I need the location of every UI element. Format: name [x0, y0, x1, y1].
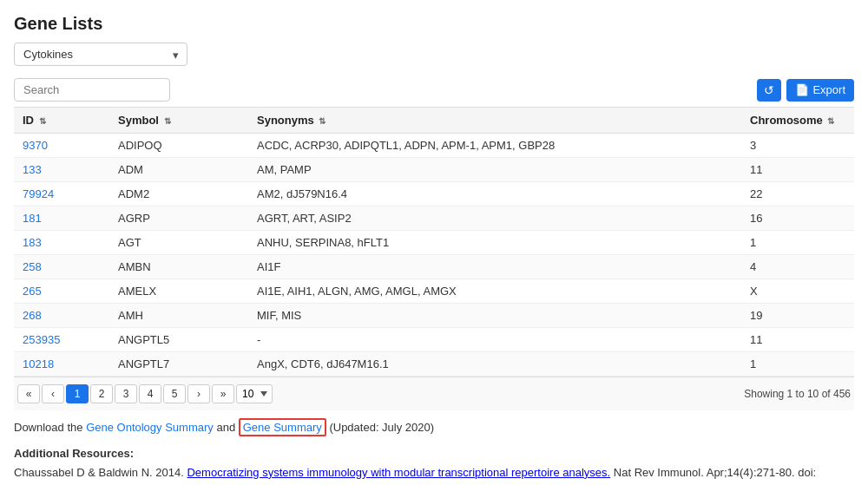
cell-chromosome: 11 [741, 328, 854, 352]
cell-id: 253935 [14, 328, 109, 352]
cell-id: 79924 [14, 182, 109, 206]
cell-symbol: AMBN [109, 255, 248, 279]
page-3-button[interactable]: 3 [115, 384, 137, 403]
table-row: 183 AGT ANHU, SERPINA8, hFLT1 1 [14, 231, 854, 255]
cell-synonyms: AM2, dJ579N16.4 [248, 182, 741, 206]
per-page-select[interactable]: 10 25 50 [236, 384, 273, 403]
page-4-button[interactable]: 4 [139, 384, 161, 403]
and-text: and [216, 421, 238, 434]
gene-table: ID ⇅ Symbol ⇅ Synonyms ⇅ Chromosome ⇅ 93… [14, 107, 854, 377]
gene-id-link-258[interactable]: 258 [23, 260, 42, 273]
cell-chromosome: 3 [741, 134, 854, 158]
sort-icon-synonyms: ⇅ [319, 116, 326, 126]
page-1-button[interactable]: 1 [66, 384, 89, 403]
col-header-synonyms[interactable]: Synonyms ⇅ [248, 108, 741, 134]
table-row: 9370 ADIPOQ ACDC, ACRP30, ADIPQTL1, ADPN… [14, 134, 854, 158]
pagination: « ‹ 1 2 3 4 5 › » 10 25 50 [17, 384, 273, 403]
additional-resources-heading: Additional Resources: [14, 447, 134, 460]
cell-synonyms: AGRT, ART, ASIP2 [248, 206, 741, 231]
gene-id-link-79924[interactable]: 79924 [23, 187, 54, 200]
gene-id-link-133[interactable]: 133 [23, 163, 42, 176]
next-page-button[interactable]: › [187, 384, 210, 403]
cell-id: 9370 [14, 134, 109, 158]
gene-id-link-181[interactable]: 181 [23, 212, 42, 225]
table-row: 268 AMH MIF, MIS 19 [14, 304, 854, 328]
col-header-symbol[interactable]: Symbol ⇅ [109, 108, 248, 134]
gene-list-dropdown[interactable]: Cytokines Other [14, 43, 187, 66]
col-header-id[interactable]: ID ⇅ [14, 108, 109, 134]
gene-id-link-253935[interactable]: 253935 [23, 333, 60, 346]
updated-text: (Updated: July 2020) [329, 421, 434, 434]
table-row: 133 ADM AM, PAMP 11 [14, 158, 854, 182]
export-button[interactable]: 📄 Export [786, 79, 854, 102]
cell-id: 268 [14, 304, 109, 328]
cell-symbol: AMELX [109, 279, 248, 304]
cell-synonyms: AngX, CDT6, dJ647M16.1 [248, 352, 741, 377]
cell-synonyms: ANHU, SERPINA8, hFLT1 [248, 231, 741, 255]
last-page-button[interactable]: » [212, 384, 234, 403]
download-text: Download the [14, 421, 83, 434]
cell-symbol: ADM [109, 158, 248, 182]
cell-synonyms: MIF, MIS [248, 304, 741, 328]
page-title: Gene Lists [14, 14, 854, 34]
table-row: 181 AGRP AGRT, ART, ASIP2 16 [14, 206, 854, 231]
cell-synonyms: - [248, 328, 741, 352]
gene-id-link-265[interactable]: 265 [23, 285, 42, 298]
prev-page-button[interactable]: ‹ [42, 384, 64, 403]
cell-id: 265 [14, 279, 109, 304]
cell-chromosome: 4 [741, 255, 854, 279]
cell-synonyms: ACDC, ACRP30, ADIPQTL1, ADPN, APM-1, APM… [248, 134, 741, 158]
gene-id-link-183[interactable]: 183 [23, 236, 42, 249]
cell-symbol: AGT [109, 231, 248, 255]
gene-id-link-9370[interactable]: 9370 [23, 139, 48, 152]
table-row: 258 AMBN AI1F 4 [14, 255, 854, 279]
first-page-button[interactable]: « [17, 384, 40, 403]
sort-icon-symbol: ⇅ [164, 116, 171, 126]
cell-chromosome: 19 [741, 304, 854, 328]
table-row: 10218 ANGPTL7 AngX, CDT6, dJ647M16.1 1 [14, 352, 854, 377]
cell-synonyms: AI1F [248, 255, 741, 279]
table-row: 253935 ANGPTL5 - 11 [14, 328, 854, 352]
gene-id-link-268[interactable]: 268 [23, 309, 42, 322]
footer-section: Download the Gene Ontology Summary and G… [14, 419, 854, 437]
cell-id: 133 [14, 158, 109, 182]
cell-chromosome: 1 [741, 352, 854, 377]
cell-id: 258 [14, 255, 109, 279]
table-row: 79924 ADM2 AM2, dJ579N16.4 22 [14, 182, 854, 206]
page-2-button[interactable]: 2 [90, 384, 113, 403]
cell-chromosome: 22 [741, 182, 854, 206]
cell-symbol: ADM2 [109, 182, 248, 206]
additional-resources: Additional Resources: Chaussabel D & Bal… [14, 444, 854, 485]
citation-link-1[interactable]: Democratizing systems immunology with mo… [187, 466, 610, 479]
cell-chromosome: X [741, 279, 854, 304]
sort-icon-chromosome: ⇅ [827, 116, 834, 126]
reset-button[interactable]: ↺ [757, 79, 781, 102]
cell-symbol: ANGPTL5 [109, 328, 248, 352]
cell-chromosome: 11 [741, 158, 854, 182]
cell-chromosome: 1 [741, 231, 854, 255]
cell-id: 10218 [14, 352, 109, 377]
page-5-button[interactable]: 5 [163, 384, 186, 403]
search-input[interactable] [14, 78, 170, 102]
cell-symbol: ANGPTL7 [109, 352, 248, 377]
table-row: 265 AMELX AI1E, AIH1, ALGN, AMG, AMGL, A… [14, 279, 854, 304]
citation-text-1: Chaussabel D & Baldwin N. 2014. [14, 466, 184, 479]
cell-chromosome: 16 [741, 206, 854, 231]
cell-synonyms: AI1E, AIH1, ALGN, AMG, AMGL, AMGX [248, 279, 741, 304]
cell-id: 183 [14, 231, 109, 255]
showing-text: Showing 1 to 10 of 456 [744, 388, 851, 400]
gene-summary-link[interactable]: Gene Summary [239, 418, 326, 436]
cell-symbol: ADIPOQ [109, 134, 248, 158]
cell-symbol: AGRP [109, 206, 248, 231]
cell-synonyms: AM, PAMP [248, 158, 741, 182]
gene-ontology-link[interactable]: Gene Ontology Summary [86, 421, 214, 434]
sort-icon-id: ⇅ [39, 116, 46, 126]
gene-id-link-10218[interactable]: 10218 [23, 357, 54, 370]
cell-id: 181 [14, 206, 109, 231]
cell-symbol: AMH [109, 304, 248, 328]
export-icon: 📄 [795, 83, 809, 96]
col-header-chromosome[interactable]: Chromosome ⇅ [741, 108, 854, 134]
